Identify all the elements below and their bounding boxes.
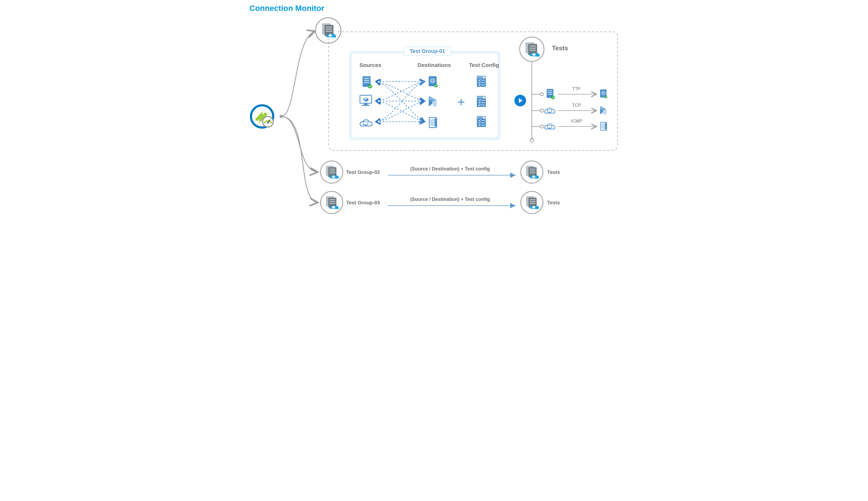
test-group-1-title: Test Group-01: [403, 46, 451, 56]
tests-label: Tests: [552, 44, 568, 52]
test-group-2-note: (Source / Destination) + Test config: [410, 166, 490, 172]
diagram-svg: [241, 0, 627, 217]
destinations-heading: Destinations: [418, 62, 451, 68]
testconfig-heading: Test Config: [469, 62, 499, 68]
plus-icon: +: [457, 94, 465, 109]
protocol-tcp: TCP: [572, 103, 581, 108]
protocol-ttp: TTP: [572, 86, 581, 92]
svg-point-41: [540, 109, 543, 112]
svg-point-43: [540, 125, 543, 128]
arrow-right-icon: [514, 95, 526, 106]
test-group-3-note: (Source / Destination) + Test config: [410, 196, 490, 202]
test-group-2-label: Test Group-02: [346, 169, 380, 175]
protocol-icmp: ICMP: [571, 119, 582, 124]
test-group-3-out: Tests: [547, 200, 560, 206]
test-group-2-out: Tests: [547, 169, 560, 175]
test-group-3-label: Test Group-03: [346, 200, 380, 206]
svg-point-39: [540, 93, 543, 96]
diagram-canvas: Connection Monitor: [241, 0, 627, 217]
sources-heading: Sources: [360, 62, 381, 68]
